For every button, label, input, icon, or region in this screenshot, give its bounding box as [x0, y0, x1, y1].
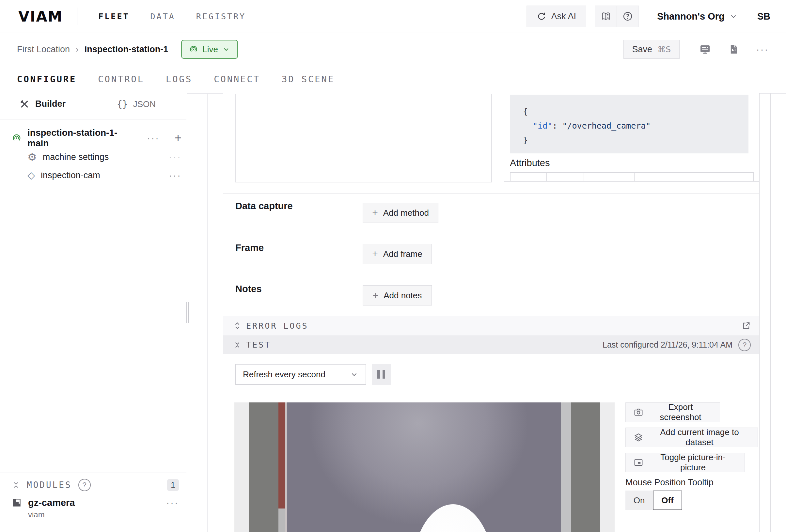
org-switcher[interactable]: Shannon's Org: [657, 11, 738, 22]
module-name: gz-camera: [28, 498, 75, 508]
module-icon: [12, 498, 22, 508]
refresh-rate-value: Refresh every second: [243, 369, 325, 379]
more-options-button[interactable]: ···: [752, 40, 773, 59]
add-notes-button[interactable]: + Add notes: [363, 285, 432, 305]
builder-mode-button[interactable]: Builder: [20, 99, 66, 109]
error-logs-bar[interactable]: ERROR LOGS: [223, 316, 759, 336]
ellipsis-icon[interactable]: ···: [166, 497, 179, 508]
config-sidebar: Builder {} JSON inspection-station-1-mai…: [0, 93, 187, 532]
save-button[interactable]: Save ⌘S: [623, 40, 679, 59]
ask-ai-button[interactable]: Ask AI: [527, 5, 586, 27]
scrollbar-track[interactable]: [770, 93, 771, 532]
ask-ai-label: Ask AI: [551, 11, 576, 22]
modules-divider: [0, 472, 186, 473]
json-value: "/overhead_camera": [562, 121, 650, 131]
section-divider: [223, 391, 759, 391]
plus-icon: +: [372, 207, 378, 218]
help-button[interactable]: [617, 6, 639, 27]
breadcrumb-separator: ›: [76, 44, 79, 54]
content-divider-line: [207, 93, 208, 532]
add-notes-label: Add notes: [384, 291, 422, 301]
breadcrumb: First Location › inspection-station-1: [17, 44, 168, 54]
add-method-button[interactable]: + Add method: [363, 203, 438, 223]
builder-mode-label: Builder: [35, 99, 66, 109]
modules-section-header: MODULES ? 1: [12, 478, 179, 492]
help-icon[interactable]: ?: [738, 339, 751, 351]
mouse-tooltip-label: Mouse Position Tooltip: [625, 478, 714, 488]
chevron-down-icon: [350, 370, 359, 378]
add-to-dataset-button[interactable]: Add current image to dataset: [625, 427, 758, 447]
sidebar-resize-handle[interactable]: [186, 302, 190, 323]
viam-app: VIAM FLEET DATA REGISTRY Ask AI: [0, 0, 786, 532]
gear-icon: ⚙: [27, 152, 37, 162]
documentation-button[interactable]: [595, 6, 617, 27]
save-shortcut: ⌘S: [657, 45, 671, 54]
tab-logs[interactable]: LOGS: [166, 74, 192, 84]
pause-icon: [383, 370, 385, 378]
diamond-icon: ◇: [27, 170, 35, 180]
tab-configure[interactable]: CONFIGURE: [17, 74, 76, 84]
tree-item-inspection-cam[interactable]: ◇ inspection-cam ···: [27, 167, 182, 183]
add-component-icon[interactable]: +: [175, 131, 182, 145]
machine-page-button[interactable]: [695, 40, 716, 59]
toggle-pip-label: Toggle picture-in-picture: [649, 453, 737, 472]
section-divider: [223, 193, 759, 193]
external-link-icon[interactable]: [742, 321, 751, 330]
broadcast-icon: [12, 133, 22, 143]
ellipsis-icon[interactable]: ···: [169, 170, 182, 181]
refresh-rate-select[interactable]: Refresh every second: [235, 364, 366, 385]
ellipsis-icon[interactable]: ···: [147, 133, 160, 144]
component-config-card: { "id": "/overhead_camera" } Attributes …: [223, 93, 760, 532]
top-navigation: VIAM FLEET DATA REGISTRY Ask AI: [0, 0, 786, 33]
live-status-dropdown[interactable]: Live: [181, 40, 238, 59]
test-bar[interactable]: TEST Last configured 2/11/26, 9:11:04 AM…: [223, 336, 759, 354]
avatar[interactable]: SB: [757, 11, 770, 22]
notes-heading: Notes: [235, 284, 262, 294]
export-screenshot-button[interactable]: Export screenshot: [625, 402, 720, 422]
report-file-button[interactable]: [723, 40, 744, 59]
plus-icon: +: [373, 290, 379, 301]
plus-icon: +: [372, 248, 378, 259]
viam-logo[interactable]: VIAM: [18, 8, 63, 25]
last-configured-text: Last configured 2/11/26, 9:11:04 AM: [603, 340, 733, 350]
tree-item-label: inspection-cam: [41, 170, 100, 181]
tree-item-machine-part[interactable]: inspection-station-1-main ··· +: [12, 130, 182, 146]
section-divider: [223, 234, 759, 234]
json-mode-button[interactable]: {} JSON: [117, 99, 156, 110]
camera-sphere-object: [411, 504, 495, 532]
frame-heading: Frame: [235, 242, 264, 253]
panel-bottom-border: [504, 181, 759, 182]
help-icon[interactable]: ?: [78, 479, 91, 491]
help-icon: [622, 11, 633, 22]
breadcrumb-location[interactable]: First Location: [17, 44, 70, 54]
nav-divider: [77, 7, 77, 25]
pause-button[interactable]: [372, 364, 391, 385]
tree-item-machine-settings[interactable]: ⚙ machine settings ···: [27, 149, 182, 165]
tooltip-on-button[interactable]: On: [625, 490, 653, 510]
pause-icon: [377, 370, 380, 378]
org-name: Shannon's Org: [657, 11, 725, 22]
save-label: Save: [632, 44, 652, 54]
camera-icon: [633, 407, 643, 417]
nav-item-registry[interactable]: REGISTRY: [196, 12, 246, 21]
camera-stream-image[interactable]: [234, 402, 615, 532]
component-config-panel[interactable]: [235, 94, 492, 182]
tab-control[interactable]: CONTROL: [98, 74, 144, 84]
nav-item-fleet[interactable]: FLEET: [98, 12, 129, 21]
module-list-item[interactable]: gz-camera ··· viam: [12, 497, 179, 519]
test-title: TEST: [246, 340, 271, 350]
nav-item-data[interactable]: DATA: [151, 12, 175, 21]
collapse-icon[interactable]: [12, 481, 20, 489]
error-logs-title: ERROR LOGS: [246, 321, 308, 331]
tab-3d-scene[interactable]: 3D SCENE: [282, 74, 334, 84]
add-frame-label: Add frame: [383, 249, 422, 259]
tab-connect[interactable]: CONNECT: [214, 74, 260, 84]
picture-in-picture-icon: [633, 458, 643, 467]
toggle-pip-button[interactable]: Toggle picture-in-picture: [625, 453, 745, 472]
ellipsis-icon[interactable]: ···: [169, 152, 182, 163]
camera-wall-strip: [249, 402, 278, 532]
add-frame-button[interactable]: + Add frame: [363, 244, 432, 264]
ask-ai-icon: [537, 11, 547, 21]
tooltip-off-button[interactable]: Off: [653, 490, 682, 510]
modules-title: MODULES: [27, 480, 72, 490]
